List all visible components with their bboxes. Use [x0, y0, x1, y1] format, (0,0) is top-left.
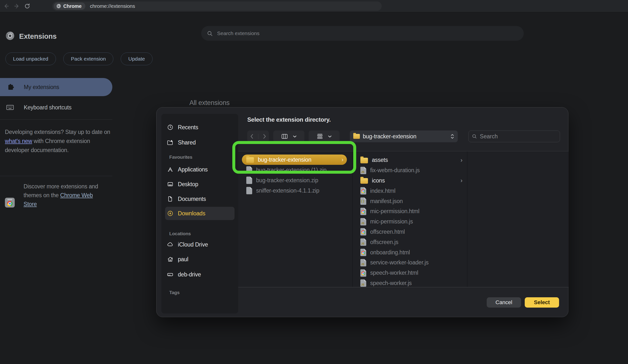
reload-icon[interactable]	[23, 2, 31, 10]
file-row[interactable]: assets ›	[360, 155, 466, 165]
column-view-icon	[281, 134, 288, 139]
back-chevron-icon[interactable]	[250, 134, 253, 139]
load-unpacked-button[interactable]: Load unpacked	[5, 53, 56, 65]
keyboard-icon	[6, 104, 14, 111]
file-row[interactable]: speech-worker.js ›	[360, 278, 466, 287]
pack-extension-button[interactable]: Pack extension	[63, 53, 113, 65]
file-row[interactable]: offscreen.html ›	[360, 227, 466, 237]
sidebar-item-recents[interactable]: Recents	[167, 122, 233, 133]
divider	[0, 176, 112, 176]
section-title: All extensions	[189, 99, 230, 107]
site-chip-label: Chrome	[63, 3, 81, 9]
url-text: chrome://extensions	[90, 3, 135, 9]
sidebar-item-drive[interactable]: deb-drive	[167, 269, 233, 280]
sidebar-item-my-extensions[interactable]: My extensions	[0, 78, 112, 96]
file-icon	[360, 198, 366, 205]
file-icon	[360, 259, 366, 266]
file-icon	[246, 177, 252, 184]
file-row[interactable]: fix-webm-duration.js ›	[360, 165, 466, 176]
file-icon	[360, 178, 368, 184]
document-icon	[167, 196, 173, 202]
file-row[interactable]: offscreen.js ›	[360, 237, 466, 247]
file-row[interactable]: bug-tracker-extension.zip ›	[242, 175, 347, 185]
history-nav-group	[247, 131, 269, 142]
browser-toolbar: Chrome chrome://extensions	[0, 0, 628, 12]
page-title: Extensions	[19, 32, 57, 40]
file-icon	[360, 269, 366, 277]
file-row[interactable]: icons ›	[360, 176, 466, 186]
extensions-logo-icon	[5, 31, 15, 40]
dialog-title: Select the extension directory.	[247, 116, 331, 123]
file-icon	[246, 187, 252, 194]
sidebar-item-desktop[interactable]: Desktop	[167, 179, 233, 190]
extensions-search-input[interactable]	[217, 30, 518, 37]
file-row[interactable]: speech-worker.html ›	[360, 268, 466, 278]
sidebar-item-applications[interactable]: Applications	[167, 164, 233, 175]
view-mode-button[interactable]	[273, 131, 305, 142]
select-button[interactable]: Select	[525, 297, 559, 308]
downloads-icon	[167, 210, 173, 217]
puzzle-icon	[7, 83, 15, 91]
highlight-annotation	[232, 141, 356, 174]
sidebar-item-documents[interactable]: Documents	[167, 194, 233, 204]
location-dropdown[interactable]: bug-tracker-extension	[350, 131, 458, 142]
update-button[interactable]: Update	[121, 53, 153, 65]
discover-note: Discover more extensions and themes on t…	[23, 182, 107, 209]
back-icon[interactable]	[2, 2, 10, 10]
chevron-right-icon: ›	[461, 157, 463, 164]
file-row[interactable]: mic-permission.js ›	[360, 217, 466, 227]
sidebar-item-icloud[interactable]: iCloud Drive	[167, 239, 233, 250]
file-row[interactable]: manifest.json ›	[360, 196, 466, 206]
tags-label: Tags	[169, 290, 180, 295]
file-icon	[360, 228, 366, 235]
file-row[interactable]: mic-permission.html ›	[360, 206, 466, 217]
file-icon	[360, 238, 366, 246]
divider	[258, 134, 258, 139]
file-icon	[360, 167, 366, 174]
developer-note: Developing extensions? Stay up to date o…	[5, 128, 112, 155]
forward-icon[interactable]	[13, 2, 21, 10]
file-row[interactable]: onboarding.html ›	[360, 247, 466, 258]
extensions-search[interactable]	[201, 26, 524, 41]
chevron-right-icon: ›	[461, 177, 463, 184]
file-row[interactable]: service-worker-loader.js ›	[360, 258, 466, 268]
folder-icon	[353, 134, 360, 139]
file-row[interactable]: index.html ›	[360, 186, 466, 196]
sidebar-item-label: My extensions	[24, 78, 59, 96]
group-view-icon	[317, 133, 323, 140]
sidebar-item-home[interactable]: paul	[167, 254, 233, 265]
cancel-button[interactable]: Cancel	[487, 297, 521, 308]
chrome-web-store-icon	[5, 198, 15, 208]
sidebar-item-downloads[interactable]: Downloads	[165, 207, 235, 220]
file-icon	[360, 187, 366, 195]
favourites-label: Favourites	[169, 154, 192, 160]
whats-new-link[interactable]: what's new	[5, 138, 32, 144]
file-icon	[360, 249, 366, 256]
sidebar-item-label: Keyboard shortcuts	[24, 101, 72, 114]
sidebar-item-shared[interactable]: Shared	[167, 137, 233, 148]
location-name: bug-tracker-extension	[363, 133, 448, 140]
folder-contents-column: assets › fix-webm-duration.js › icons › …	[360, 155, 466, 287]
address-bar[interactable]: Chrome chrome://extensions	[52, 1, 382, 11]
forward-chevron-icon[interactable]	[263, 134, 266, 139]
file-icon	[360, 208, 366, 215]
file-row[interactable]: sniffer-extension-4.1.1.zip ›	[242, 185, 347, 196]
site-chip: Chrome	[54, 2, 85, 10]
file-icon	[360, 279, 366, 287]
file-icon	[360, 158, 368, 163]
stepper-icon	[450, 134, 454, 139]
locations-label: Locations	[169, 231, 191, 236]
shared-folder-icon	[167, 139, 173, 146]
group-by-button[interactable]	[309, 131, 339, 142]
dialog-search-input[interactable]	[479, 133, 556, 140]
dialog-search[interactable]	[468, 131, 560, 142]
chevron-down-icon	[328, 135, 332, 138]
chevron-down-icon	[293, 135, 297, 138]
finder-sidebar: Recents Shared Favourites Applications D…	[161, 114, 238, 313]
screen: Chrome chrome://extensions Extensions Lo…	[0, 0, 628, 364]
sidebar-item-keyboard-shortcuts[interactable]: Keyboard shortcuts	[0, 101, 112, 114]
clock-icon	[167, 124, 173, 131]
file-icon	[360, 218, 366, 225]
search-icon	[472, 134, 477, 139]
divider	[0, 119, 112, 120]
